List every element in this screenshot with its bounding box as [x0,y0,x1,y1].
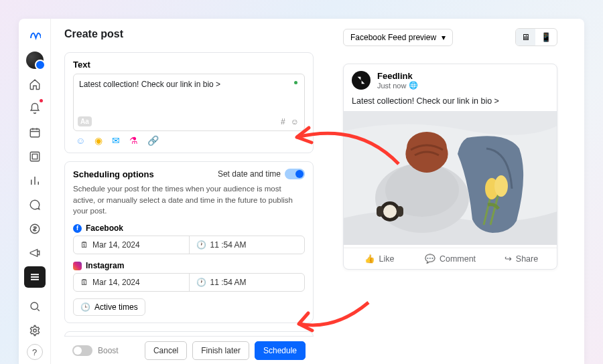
help-icon[interactable]: ? [27,344,43,360]
svg-rect-11 [377,206,383,217]
author-avatar-icon [352,71,371,90]
like-button[interactable]: 👍Like [344,248,415,269]
composer-column: Create post Text Latest collection! Chec… [64,28,314,364]
scheduling-desc: Schedule your post for the times when yo… [73,183,305,217]
svg-rect-0 [30,129,40,137]
instagram-schedule-row: 🗓Mar 14, 2024 🕐11 :54 AM [73,273,305,292]
fb-time-input[interactable]: 🕐11 :54 AM [190,236,305,254]
instagram-label: Instagram [86,261,124,270]
facebook-label: Facebook [86,223,123,233]
planner-icon[interactable] [24,122,46,143]
svg-point-4 [31,302,38,310]
clock-icon: 🕐 [196,278,206,287]
inbox-icon[interactable] [24,194,46,215]
svg-rect-12 [397,206,403,217]
footer-bar: Boost Cancel Finish later Schedule [64,336,314,364]
calendar-icon: 🗓 [80,278,88,287]
meta-logo-icon[interactable] [24,25,46,47]
all-tools-icon[interactable] [24,266,46,288]
content-icon[interactable] [24,146,46,167]
facebook-schedule-row: 🗓Mar 14, 2024 🕐11 :54 AM [73,236,305,254]
post-time: Just now [377,82,406,90]
globe-icon: 🌐 [409,81,418,90]
active-times-button[interactable]: 🕒Active times [73,298,145,316]
mobile-preview-icon[interactable]: 📱 [535,29,557,46]
insights-icon[interactable] [24,170,46,191]
svg-rect-2 [32,154,38,159]
text-card: Text Latest collection! Check our link i… [64,52,314,153]
location-icon[interactable]: ◉ [94,135,103,146]
boost-label: Boost [98,346,119,355]
text-label: Text [73,60,305,70]
attachment-toolbar: ☺ ◉ ✉ ⚗ 🔗 [73,131,305,146]
ig-date-input[interactable]: 🗓Mar 14, 2024 [74,274,190,291]
left-sidebar: ? [19,19,51,364]
share-icon: ↪ [505,254,512,264]
calendar-icon: 🗓 [80,240,88,250]
page-title: Create post [64,28,314,40]
finish-later-button[interactable]: Finish later [192,341,249,360]
ads-icon[interactable] [24,242,46,264]
svg-rect-1 [30,152,40,161]
settings-icon[interactable] [24,320,46,341]
text-style-icon[interactable]: Aa [78,116,92,126]
link-icon[interactable]: 🔗 [147,135,159,146]
home-icon[interactable] [24,74,46,95]
post-text-value: Latest collection! Check our link in bio… [79,80,220,89]
svg-point-10 [383,205,397,218]
account-avatar-icon[interactable] [24,50,46,71]
preview-column: Facebook Feed preview▾ 🖥 📱 Feedlink Just… [343,28,557,364]
like-icon: 👍 [364,254,375,264]
clock-fill-icon: 🕒 [80,302,90,312]
facebook-icon: f [73,224,82,233]
boost-toggle[interactable] [72,345,92,356]
schedule-toggle[interactable] [285,169,305,179]
svg-point-14 [494,175,508,197]
photo-icon[interactable]: ☺ [76,135,85,146]
device-toggle: 🖥 📱 [515,28,557,46]
svg-point-5 [33,329,36,333]
share-button[interactable]: ↪Share [486,248,557,269]
search-icon[interactable] [24,296,46,317]
schedule-button[interactable]: Schedule [255,341,306,360]
fb-date-input[interactable]: 🗓Mar 14, 2024 [74,236,190,254]
lab-icon[interactable]: ⚗ [129,135,138,146]
clock-icon: 🕐 [196,240,206,250]
cancel-button[interactable]: Cancel [145,341,187,360]
author-name: Feedlink [377,71,418,81]
comment-icon: 💬 [425,254,436,264]
main-area: Create post Text Latest collection! Chec… [51,19,584,364]
ig-time-input[interactable]: 🕐11 :54 AM [190,274,305,291]
post-text-input[interactable]: Latest collection! Check our link in bio… [73,74,305,131]
comment-button[interactable]: 💬Comment [415,248,486,269]
scheduling-card: Scheduling options Set date and time Sch… [64,161,314,323]
hashtag-icon[interactable]: # [281,117,285,126]
emoji-icon[interactable]: ☺ [291,117,299,126]
scheduling-heading: Scheduling options [73,169,154,179]
instagram-icon [73,262,82,270]
toggle-label: Set date and time [218,169,281,179]
post-body-text: Latest collection! Check our link in bio… [344,96,557,111]
app-shell: ? Create post Text Latest collection! Ch… [19,19,584,364]
preview-selector[interactable]: Facebook Feed preview▾ [343,29,453,46]
messenger-icon[interactable]: ✉ [112,135,120,146]
monetization-icon[interactable] [24,218,46,240]
post-preview: Feedlink Just now🌐 Latest collection! Ch… [343,64,557,270]
chevron-down-icon: ▾ [442,33,446,42]
post-image [344,111,557,245]
desktop-preview-icon[interactable]: 🖥 [516,29,535,46]
notifications-icon[interactable] [24,98,46,119]
status-dot-icon [294,81,297,84]
